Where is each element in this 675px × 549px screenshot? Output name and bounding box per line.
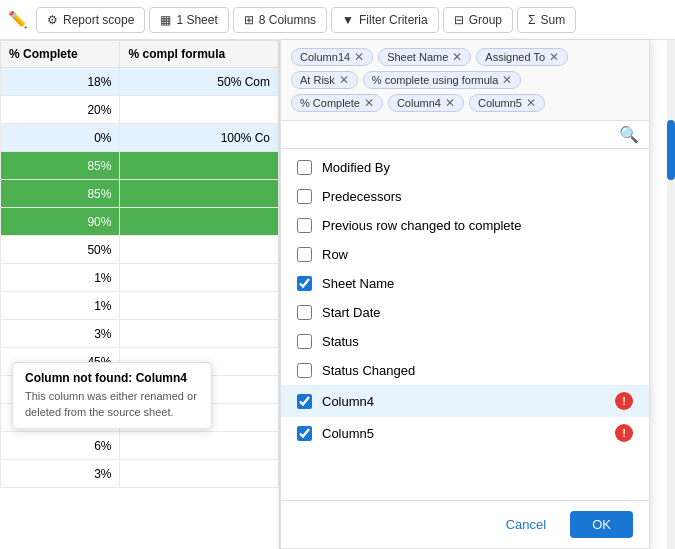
table-row: 18%50% Com: [1, 68, 279, 96]
sheet-label: 1 Sheet: [176, 13, 217, 27]
checkbox-input[interactable]: [297, 334, 312, 349]
table-row: 90%: [1, 208, 279, 236]
tag-label: Column4: [397, 97, 441, 109]
checkbox-item[interactable]: Start Date: [281, 298, 649, 327]
table-row: 1%: [1, 292, 279, 320]
checkbox-label: Column5: [322, 426, 374, 441]
panel-footer: Cancel OK: [281, 500, 649, 548]
report-scope-label: Report scope: [63, 13, 134, 27]
checkbox-item[interactable]: Sheet Name: [281, 269, 649, 298]
checkbox-label: Column4: [322, 394, 374, 409]
tag-remove-icon[interactable]: ✕: [339, 74, 349, 86]
formula-cell: 50% Com: [120, 68, 279, 96]
sheet-button[interactable]: ▦ 1 Sheet: [149, 7, 228, 33]
formula-cell: [120, 152, 279, 180]
table-row: 50%: [1, 236, 279, 264]
tag-label: At Risk: [300, 74, 335, 86]
percent-complete-cell: 1%: [1, 292, 120, 320]
tag-remove-icon[interactable]: ✕: [452, 51, 462, 63]
sum-button[interactable]: Σ Sum: [517, 7, 576, 33]
filter-tag[interactable]: % Complete✕: [291, 94, 383, 112]
filter-tag[interactable]: Column14✕: [291, 48, 373, 66]
tags-row-1: At Risk✕% complete using formula✕: [291, 71, 639, 89]
table-row: 85%: [1, 180, 279, 208]
tag-remove-icon[interactable]: ✕: [549, 51, 559, 63]
filter-button[interactable]: ▼ Filter Criteria: [331, 7, 439, 33]
checkbox-item[interactable]: Status Changed: [281, 356, 649, 385]
filter-tag[interactable]: Assigned To✕: [476, 48, 568, 66]
checkbox-item[interactable]: Column5!: [281, 417, 649, 449]
error-indicator: !: [615, 424, 633, 442]
col1-header: % Complete: [1, 41, 120, 68]
tag-remove-icon[interactable]: ✕: [502, 74, 512, 86]
tags-area: Column14✕Sheet Name✕Assigned To✕ At Risk…: [281, 40, 649, 121]
tag-remove-icon[interactable]: ✕: [445, 97, 455, 109]
checkbox-input[interactable]: [297, 218, 312, 233]
checkbox-label: Predecessors: [322, 189, 401, 204]
checkbox-input[interactable]: [297, 305, 312, 320]
checkbox-label: Start Date: [322, 305, 381, 320]
formula-cell: 100% Co: [120, 124, 279, 152]
tag-label: Sheet Name: [387, 51, 448, 63]
percent-complete-cell: 85%: [1, 152, 120, 180]
percent-complete-cell: 3%: [1, 320, 120, 348]
tooltip-body: This column was either renamed or delete…: [25, 389, 199, 420]
filter-tag[interactable]: At Risk✕: [291, 71, 358, 89]
table-row: 1%: [1, 264, 279, 292]
formula-cell: [120, 236, 279, 264]
checkbox-input[interactable]: [297, 394, 312, 409]
percent-complete-cell: 50%: [1, 236, 120, 264]
filter-tag[interactable]: Column4✕: [388, 94, 464, 112]
columns-label: 8 Columns: [259, 13, 316, 27]
table-row: 0%100% Co: [1, 124, 279, 152]
columns-button[interactable]: ⊞ 8 Columns: [233, 7, 327, 33]
report-scope-button[interactable]: ⚙ Report scope: [36, 7, 145, 33]
formula-cell: [120, 460, 279, 488]
checkbox-label: Modified By: [322, 160, 390, 175]
checkbox-item[interactable]: Column4!: [281, 385, 649, 417]
table-row: 3%: [1, 320, 279, 348]
tag-remove-icon[interactable]: ✕: [354, 51, 364, 63]
search-button[interactable]: 🔍: [619, 125, 639, 144]
formula-cell: [120, 292, 279, 320]
tag-remove-icon[interactable]: ✕: [526, 97, 536, 109]
checkbox-input[interactable]: [297, 189, 312, 204]
tags-row-2: % Complete✕Column4✕Column5✕: [291, 94, 639, 112]
formula-cell: [120, 208, 279, 236]
checkbox-item[interactable]: Predecessors: [281, 182, 649, 211]
tooltip-title: Column not found: Column4: [25, 371, 199, 385]
percent-complete-cell: 6%: [1, 432, 120, 460]
sheet-icon: ▦: [160, 13, 171, 27]
tag-label: Assigned To: [485, 51, 545, 63]
checkbox-item[interactable]: Row: [281, 240, 649, 269]
filter-icon: ▼: [342, 13, 354, 27]
checkbox-label: Previous row changed to complete: [322, 218, 521, 233]
filter-tag[interactable]: % complete using formula✕: [363, 71, 522, 89]
columns-icon: ⊞: [244, 13, 254, 27]
checkbox-input[interactable]: [297, 426, 312, 441]
filter-tag[interactable]: Sheet Name✕: [378, 48, 471, 66]
tags-row-0: Column14✕Sheet Name✕Assigned To✕: [291, 48, 639, 66]
group-button[interactable]: ⊟ Group: [443, 7, 513, 33]
percent-complete-cell: 18%: [1, 68, 120, 96]
checkbox-input[interactable]: [297, 160, 312, 175]
scroll-thumb[interactable]: [667, 120, 675, 180]
checkbox-input[interactable]: [297, 363, 312, 378]
tag-label: Column14: [300, 51, 350, 63]
checkbox-item[interactable]: Status: [281, 327, 649, 356]
ok-button[interactable]: OK: [570, 511, 633, 538]
tag-remove-icon[interactable]: ✕: [364, 97, 374, 109]
table-container: % Complete % compl formula 18%50% Com20%…: [0, 40, 280, 549]
gear-icon: ⚙: [47, 13, 58, 27]
cancel-button[interactable]: Cancel: [492, 511, 560, 538]
filter-tag[interactable]: Column5✕: [469, 94, 545, 112]
checkbox-item[interactable]: Modified By: [281, 153, 649, 182]
percent-complete-cell: 1%: [1, 264, 120, 292]
table-row: 6%: [1, 432, 279, 460]
checkbox-item[interactable]: Previous row changed to complete: [281, 211, 649, 240]
checkbox-label: Row: [322, 247, 348, 262]
checkbox-input[interactable]: [297, 247, 312, 262]
checkbox-input[interactable]: [297, 276, 312, 291]
error-indicator: !: [615, 392, 633, 410]
formula-cell: [120, 264, 279, 292]
